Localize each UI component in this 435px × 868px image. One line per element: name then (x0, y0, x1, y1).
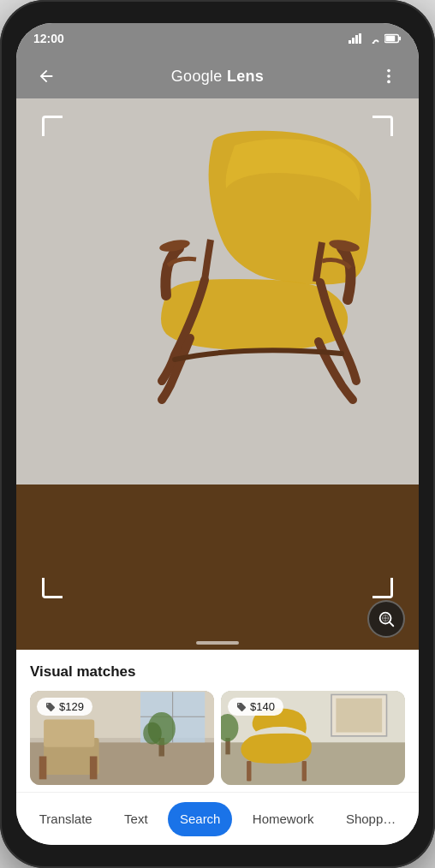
status-time: 12:00 (33, 32, 64, 45)
back-button[interactable] (30, 60, 63, 92)
svg-marker-1 (352, 38, 355, 44)
price-1: $129 (59, 700, 84, 713)
more-options-button[interactable] (372, 60, 405, 92)
svg-rect-26 (90, 757, 98, 780)
tab-translate[interactable]: Translate (27, 802, 104, 836)
matches-grid: $129 (30, 691, 405, 785)
svg-point-4 (372, 42, 375, 44)
chair-image (55, 116, 380, 407)
app-title: Google Lens (171, 68, 264, 86)
status-bar: 12:00 (16, 23, 419, 54)
bottom-tabs: Translate Text Search Homework Shopp… (16, 792, 419, 845)
svg-marker-2 (355, 35, 358, 44)
svg-rect-25 (39, 757, 47, 780)
price-2: $140 (250, 700, 275, 713)
match-card-1[interactable]: $129 (30, 691, 214, 785)
tab-search[interactable]: Search (168, 802, 233, 836)
results-section: Visual matches (16, 650, 419, 792)
svg-marker-3 (359, 33, 361, 44)
price-badge-2: $140 (228, 698, 283, 716)
camera-area (16, 98, 419, 650)
visual-matches-title: Visual matches (30, 663, 405, 681)
svg-rect-34 (336, 699, 382, 733)
battery-icon (384, 33, 402, 44)
svg-point-8 (387, 69, 390, 73)
svg-rect-7 (399, 37, 401, 41)
svg-rect-24 (44, 720, 94, 747)
svg-rect-35 (247, 761, 251, 782)
svg-marker-0 (349, 40, 351, 44)
app-bar: Google Lens (16, 54, 419, 98)
svg-point-9 (387, 74, 390, 78)
price-badge-1: $129 (37, 698, 92, 716)
match-card-2[interactable]: $140 (221, 691, 405, 785)
tab-shopping[interactable]: Shopp… (334, 802, 408, 836)
status-icons (349, 33, 402, 44)
tab-homework[interactable]: Homework (241, 802, 326, 836)
svg-point-29 (143, 722, 162, 745)
wifi-icon (366, 33, 380, 44)
phone-screen: 12:00 (16, 23, 419, 845)
tab-text[interactable]: Text (112, 802, 160, 836)
svg-point-10 (387, 80, 390, 84)
signal-icon (349, 33, 362, 44)
phone-shell: 12:00 (0, 0, 435, 868)
svg-rect-6 (385, 36, 395, 41)
lens-search-button[interactable] (367, 600, 405, 638)
scroll-indicator (196, 641, 239, 645)
svg-rect-36 (302, 761, 307, 782)
floor-background (16, 485, 419, 650)
